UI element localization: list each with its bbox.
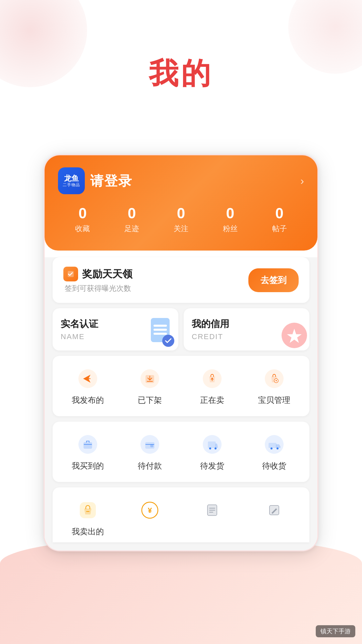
stat-follow-value: 0 — [177, 205, 185, 222]
logo-text-line1: 龙鱼 — [64, 174, 79, 182]
page-title-section: 我的 — [0, 0, 362, 94]
action-item-manage-label: 宝贝管理 — [258, 395, 290, 406]
upload-bag-icon — [200, 367, 224, 391]
wallet-icon — [138, 432, 162, 457]
svg-point-24 — [209, 447, 211, 449]
reward-subtitle-text: 签到可获得曝光次数 — [65, 283, 132, 293]
reward-title-row: 奖励天天领 — [63, 267, 132, 281]
verify-credit-card[interactable]: 我的信用 CREDIT — [184, 308, 309, 351]
bottom-actions-row: 我卖出的 ¥ — [53, 487, 309, 542]
watermark-text: 镇天下手游 — [320, 628, 351, 635]
gear-bag-icon — [262, 367, 286, 391]
action-selling-label: 正在卖 — [200, 395, 224, 406]
verify-realname-card[interactable]: 实名认证 NAME — [53, 308, 178, 351]
stat-follow-label: 关注 — [174, 224, 188, 234]
action-my-published-label: 我发布的 — [72, 395, 104, 406]
stat-fans-label: 粉丝 — [223, 224, 238, 234]
action-selling[interactable]: 正在卖 — [182, 364, 242, 408]
action-my-bought[interactable]: 我买到的 — [58, 430, 118, 474]
action-item-manage[interactable]: 宝贝管理 — [245, 364, 304, 408]
document-illustration — [148, 317, 175, 349]
stats-row: 0 收藏 0 足迹 0 关注 0 粉丝 0 帖子 — [58, 205, 304, 234]
verify-realname-title: 实名认证 — [61, 318, 98, 330]
shop-bag-icon — [76, 498, 100, 522]
svg-point-16 — [276, 380, 277, 381]
action-my-bought-label: 我买到的 — [72, 461, 104, 471]
truck-icon — [262, 432, 286, 457]
action-pending-pay-label: 待付款 — [138, 461, 162, 471]
verify-realname-sub: NAME — [61, 332, 98, 341]
edit-icon — [262, 498, 286, 522]
stat-posts-label: 帖子 — [272, 224, 287, 234]
svg-rect-2 — [154, 333, 167, 335]
action-delisted[interactable]: 已下架 — [120, 364, 180, 408]
action-delisted-label: 已下架 — [138, 395, 162, 406]
note-icon — [200, 498, 224, 522]
verify-row: 实名认证 NAME 我的信用 CREDIT — [53, 308, 309, 351]
logo-text-line2: 二手物品 — [63, 183, 80, 187]
reward-title-text: 奖励天天领 — [82, 267, 132, 281]
svg-rect-4 — [154, 325, 167, 327]
content-section: 奖励天天领 签到可获得曝光次数 去签到 实名认证 NAME — [45, 257, 317, 550]
send-icon — [76, 367, 100, 391]
reward-info: 奖励天天领 签到可获得曝光次数 — [63, 267, 132, 293]
svg-point-25 — [215, 447, 217, 449]
yen-icon: ¥ — [138, 498, 162, 522]
phone-mockup: 龙鱼 二手物品 请登录 › 0 收藏 0 足迹 0 关注 0 — [44, 154, 318, 551]
watermark: 镇天下手游 — [316, 625, 355, 637]
action-pending-ship-label: 待发货 — [200, 461, 224, 471]
svg-rect-23 — [208, 442, 216, 448]
verify-credit-text: 我的信用 CREDIT — [192, 318, 229, 341]
verify-credit-sub: CREDIT — [192, 332, 229, 341]
logo-area[interactable]: 龙鱼 二手物品 请登录 — [58, 167, 132, 194]
bg-wave — [0, 537, 362, 644]
stat-posts-value: 0 — [275, 205, 283, 222]
svg-point-28 — [270, 447, 273, 449]
login-prompt[interactable]: 请登录 — [90, 172, 132, 190]
ship-box-icon — [200, 432, 224, 457]
stat-follow[interactable]: 0 关注 — [174, 205, 188, 234]
verify-realname-text: 实名认证 NAME — [61, 318, 98, 341]
action-my-sold[interactable]: 我卖出的 — [58, 495, 118, 540]
sign-in-button[interactable]: 去签到 — [248, 268, 299, 292]
stat-footprint-value: 0 — [128, 205, 136, 222]
action-pending-ship[interactable]: 待发货 — [182, 430, 242, 474]
sell-actions-grid: 我发布的 已下架 — [53, 356, 309, 416]
chevron-right-icon[interactable]: › — [300, 175, 304, 187]
svg-rect-18 — [84, 442, 92, 448]
reward-card[interactable]: 奖励天天领 签到可获得曝光次数 去签到 — [53, 257, 309, 303]
page-title: 我的 — [0, 54, 362, 94]
action-pending-pay[interactable]: 待付款 — [120, 430, 180, 474]
svg-text:¥: ¥ — [148, 506, 152, 515]
action-edit[interactable] — [245, 495, 304, 540]
verify-credit-title: 我的信用 — [192, 318, 229, 330]
svg-point-29 — [277, 447, 279, 449]
svg-rect-21 — [150, 444, 153, 447]
action-my-sold-label: 我卖出的 — [72, 526, 104, 537]
stat-posts[interactable]: 0 帖子 — [272, 205, 287, 234]
action-pending-receive-label: 待收货 — [262, 461, 286, 471]
star-illustration — [281, 322, 308, 349]
action-note[interactable] — [182, 495, 242, 540]
svg-rect-3 — [154, 329, 167, 331]
stat-collect-value: 0 — [78, 205, 86, 222]
download-box-icon — [138, 367, 162, 391]
buy-actions-grid: 我买到的 待付款 — [53, 422, 309, 482]
action-pending-receive[interactable]: 待收货 — [245, 430, 304, 474]
stat-collect-label: 收藏 — [75, 224, 90, 234]
action-yen[interactable]: ¥ — [120, 495, 180, 540]
action-my-published[interactable]: 我发布的 — [58, 364, 118, 408]
header-top-row: 龙鱼 二手物品 请登录 › — [58, 167, 304, 194]
stat-fans-value: 0 — [226, 205, 234, 222]
stat-footprint[interactable]: 0 足迹 — [124, 205, 139, 234]
svg-rect-27 — [269, 443, 276, 448]
profile-header: 龙鱼 二手物品 请登录 › 0 收藏 0 足迹 0 关注 0 — [45, 155, 317, 251]
box-icon — [76, 432, 100, 457]
stat-collect[interactable]: 0 收藏 — [75, 205, 90, 234]
stat-footprint-label: 足迹 — [124, 224, 139, 234]
stat-fans[interactable]: 0 粉丝 — [223, 205, 238, 234]
reward-icon — [63, 267, 78, 281]
app-logo: 龙鱼 二手物品 — [58, 167, 85, 194]
